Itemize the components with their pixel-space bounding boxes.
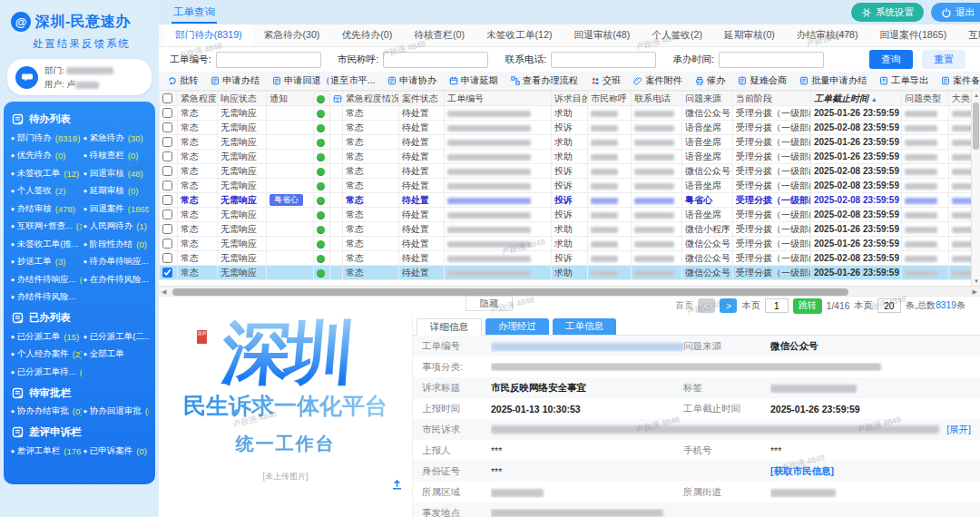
search-input[interactable] xyxy=(383,52,488,68)
sidebar-item-已分派工单待[interactable]: ◆已分派工单待...(0) xyxy=(11,363,82,381)
table-row[interactable]: 常态无需响应常态待处置求助微信公众号受理分拨（一级部门）2025-01-26 2… xyxy=(160,237,972,251)
sidebar-item-协办办结审批[interactable]: ◆协办办结审批(0) xyxy=(11,403,82,421)
horizontal-scroll-thumb[interactable] xyxy=(172,288,848,296)
sidebar-item-在办件待风险[interactable]: ◆在办件待风险...(93) xyxy=(83,270,149,288)
table-row[interactable]: 常态无需响应常态待处置投诉语音坐席受理分拨（一级部门）2025-02-08 23… xyxy=(160,179,972,193)
table-row[interactable]: 常态无需响应常态待处置投诉语音坐席受理分拨（一级部门）2025-02-08 23… xyxy=(160,121,972,135)
status-tab[interactable]: 延期审核(0) xyxy=(713,24,786,46)
toolbar-item[interactable]: 查看办理流程 xyxy=(511,74,578,87)
status-tab[interactable]: 待核查栏(0) xyxy=(403,24,475,46)
sidebar-item-办结件待响应[interactable]: ◆办结件待响应...(0) xyxy=(11,270,82,288)
row-checkbox[interactable] xyxy=(162,108,172,118)
sidebar-item-紧急待办[interactable]: ◆紧急待办(30) xyxy=(83,129,149,147)
sidebar-item-办结件待风险[interactable]: ◆办结件待风险... xyxy=(11,288,82,307)
search-input[interactable] xyxy=(719,52,824,68)
status-tab[interactable]: 回退案件(1865) xyxy=(869,24,958,46)
logout-button[interactable]: 退出 xyxy=(931,3,980,22)
sidebar-item-回退案件[interactable]: ◆回退案件(1865) xyxy=(83,200,149,218)
sidebar-item-已申诉案件[interactable]: ◆已申诉案件(0) xyxy=(83,442,149,460)
toolbar-item[interactable]: 工单导出 xyxy=(879,74,928,87)
toolbar-item[interactable]: 批转 xyxy=(168,74,198,87)
sidebar-item-待办单待响应[interactable]: ◆待办单待响应...(5) xyxy=(83,253,149,271)
status-tab[interactable]: 互联网+督查待办(1) xyxy=(957,24,980,46)
scroll-down-icon[interactable]: ▼ xyxy=(972,278,980,284)
sidebar-item-回退审核[interactable]: ◆回退审核(48) xyxy=(83,164,149,182)
next-page-button[interactable]: > xyxy=(720,298,737,313)
scroll-left-icon[interactable]: ◀ xyxy=(162,287,166,297)
sidebar-item-已分派工单[interactable]: ◆已分派工单(15) xyxy=(11,327,82,346)
row-checkbox[interactable] xyxy=(162,166,172,176)
jump-button[interactable]: 跳转 xyxy=(793,298,822,314)
sidebar-item-互联网督查[interactable]: ◆互联网+督查...(1) xyxy=(11,218,82,236)
table-row[interactable]: 常态无需响应粤省心常态待处置投诉粤省心受理分拨（一级部门）2025-02-08 … xyxy=(160,193,972,208)
per-page-input[interactable] xyxy=(877,298,901,313)
prev-page-button[interactable]: < xyxy=(698,298,715,313)
system-settings-button[interactable]: 系统设置 xyxy=(851,3,924,22)
table-row[interactable]: 常态无需响应常态待处置投诉语音坐席受理分拨（一级部门）2025-02-08 23… xyxy=(160,208,972,222)
table-row[interactable]: 常态无需响应常态待处置求助语音坐席受理分拨（一级部门）2025-01-26 23… xyxy=(160,135,972,150)
status-tab[interactable]: 部门待办(8319) xyxy=(164,24,253,46)
reset-button[interactable]: 重置 xyxy=(922,50,965,69)
toolbar-item[interactable]: 催办 xyxy=(695,74,725,87)
sidebar-item-个人签收[interactable]: ◆个人签收(2) xyxy=(11,182,82,200)
scroll-up-icon[interactable]: ▲ xyxy=(972,93,980,98)
toolbar-item[interactable]: 申请办结 xyxy=(211,74,260,87)
detail-tab-详细信息[interactable]: 详细信息 xyxy=(416,318,482,336)
sidebar-item-延期审核[interactable]: ◆延期审核(0) xyxy=(83,182,149,200)
select-all-checkbox[interactable] xyxy=(162,93,172,103)
sidebar-item-个人经办案件[interactable]: ◆个人经办案件(2) xyxy=(11,346,82,364)
table-row[interactable]: 常态无需响应常态待处置投诉微信公众号受理分拨（一级部门）2025-02-08 2… xyxy=(160,164,972,179)
status-tab[interactable]: 未签收工单(12) xyxy=(475,24,563,46)
toolbar-item[interactable]: 交班 xyxy=(591,74,621,87)
row-checkbox[interactable] xyxy=(162,180,172,190)
toolbar-item[interactable]: 案件备注 xyxy=(941,74,980,87)
table-row[interactable]: 常态无需响应常态待处置投诉微信公众号受理分拨（一级部门）2025-02-08 2… xyxy=(160,251,972,266)
citizen-info-link[interactable]: [获取市民信息] xyxy=(770,465,834,476)
search-input[interactable] xyxy=(216,52,321,68)
first-page-link[interactable]: 首页 xyxy=(675,299,693,312)
upload-icon[interactable] xyxy=(391,478,403,490)
row-checkbox[interactable] xyxy=(162,122,172,132)
page-input[interactable] xyxy=(765,298,789,313)
sidebar-item-人民网待办[interactable]: ◆人民网待办(1) xyxy=(83,218,149,236)
row-checkbox[interactable] xyxy=(162,137,172,147)
status-tab[interactable]: 优先待办(0) xyxy=(330,24,403,46)
sidebar-item-协办回退审批[interactable]: ◆协办回退审批(0) xyxy=(83,403,149,421)
table-row[interactable]: 常态无需响应常态待处置求助语音坐席受理分拨（一级部门）2025-01-26 23… xyxy=(160,150,972,164)
toolbar-item[interactable]: 申请延期 xyxy=(449,74,498,87)
table-row[interactable]: 常态无需响应常态待处置求助微信公众号受理分拨（一级部门）2025-01-26 2… xyxy=(160,106,972,121)
search-input[interactable] xyxy=(551,52,656,68)
sidebar-item-优先待办[interactable]: ◆优先待办(0) xyxy=(11,147,82,165)
sidebar-item-阶段性办结[interactable]: ◆阶段性办结(0) xyxy=(83,235,149,253)
sidebar-item-全部工单[interactable]: ◆全部工单 xyxy=(83,346,149,364)
query-button[interactable]: 查询 xyxy=(869,50,913,69)
sidebar-item-办结审核[interactable]: ◆办结审核(478) xyxy=(11,200,82,218)
toolbar-item[interactable]: 申请协办 xyxy=(387,74,436,87)
table-row[interactable]: 常态无需响应常态待处置求助微信公众号受理分拨（一级部门）2025-01-26 2… xyxy=(160,266,972,280)
status-tab[interactable]: 紧急待办(30) xyxy=(253,24,331,46)
table-row[interactable]: 常态无需响应常态待处置求助微信小程序受理分拨（一级部门）2025-01-26 2… xyxy=(160,222,972,237)
row-checkbox[interactable] xyxy=(162,268,172,278)
row-checkbox[interactable] xyxy=(162,224,172,234)
sidebar-item-差评工单栏[interactable]: ◆差评工单栏(176) xyxy=(11,442,82,460)
tab-work-order-query[interactable]: 工单查询 xyxy=(172,1,217,24)
toolbar-item[interactable]: 申请回退（退至市平... xyxy=(272,74,375,87)
vertical-scroll-thumb[interactable] xyxy=(973,102,979,150)
sidebar-item-已分派工单二[interactable]: ◆已分派工单(二...(0) xyxy=(83,327,149,346)
toolbar-item[interactable]: 疑难会商 xyxy=(738,74,787,87)
detail-tab-工单信息[interactable]: 工单信息 xyxy=(553,318,616,335)
toolbar-item[interactable]: 批量申请办结 xyxy=(799,74,867,87)
status-tab[interactable]: 回退审核(48) xyxy=(564,24,642,46)
sidebar-item-部门待办[interactable]: ◆部门待办(8319) xyxy=(11,129,82,147)
table-horizontal-scrollbar[interactable]: ◀ ▶ xyxy=(159,287,980,297)
row-checkbox[interactable] xyxy=(162,195,172,205)
row-checkbox[interactable] xyxy=(162,239,172,249)
toolbar-item[interactable]: 案件附件 xyxy=(633,74,682,87)
expand-link[interactable]: [展开] xyxy=(946,424,971,436)
row-checkbox[interactable] xyxy=(162,210,172,219)
sidebar-item-抄送工单[interactable]: ◆抄送工单(3) xyxy=(11,253,82,271)
scroll-right-icon[interactable]: ▶ xyxy=(973,287,977,297)
sidebar-item-未签收工单推[interactable]: ◆未签收工单(推...(11) xyxy=(11,235,82,253)
hide-panel-button[interactable]: 隐藏 xyxy=(466,296,513,311)
detail-tab-办理经过[interactable]: 办理经过 xyxy=(485,318,549,335)
